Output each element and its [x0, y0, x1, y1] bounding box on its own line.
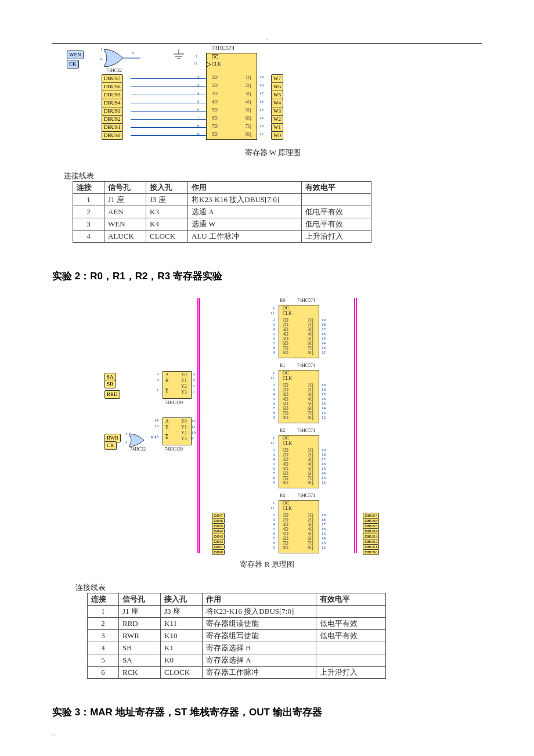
dec-a-label: A: [165, 419, 169, 424]
pin-num: 1: [157, 388, 159, 393]
sb-tag: SB: [104, 380, 116, 388]
d-pin-label: 4D: [212, 99, 218, 105]
pin-num: 19: [322, 383, 326, 387]
pin-num: 17: [259, 91, 264, 96]
pin-num: 11: [270, 506, 275, 510]
oc-label: OC: [283, 305, 289, 311]
pin-num: 11: [270, 311, 275, 315]
dec-b-label: B: [165, 378, 168, 383]
table-row: 1J1 座J3 座将K23-K16 接入DBUS[7:0]: [88, 606, 386, 618]
pin-num: 3: [132, 51, 134, 55]
decoder-out-label: Y1: [181, 424, 187, 430]
header-dots: ..: [0, 35, 534, 41]
pin-num: 16: [322, 332, 326, 336]
d-pin-label: 8D: [212, 132, 218, 137]
decoder-out-label: Y2: [181, 384, 187, 389]
decoder-out-label: Y0: [181, 419, 187, 424]
pin-num: 1: [273, 435, 275, 440]
register-chip-label: 74HC574: [297, 428, 315, 433]
pin-num: 18: [322, 322, 326, 327]
pin-num: 9: [192, 436, 194, 441]
wire: [131, 78, 206, 79]
pin-num: 6: [273, 466, 275, 471]
bus-wire: [197, 298, 199, 553]
experiment-2-heading: 实验 2：R0，R1，R2，R3 寄存器实验: [52, 269, 534, 283]
pin-num: 4: [273, 522, 275, 527]
or-gate-icon: [103, 48, 143, 70]
pin-num: 8: [273, 345, 275, 350]
pin-num: 3: [273, 517, 275, 522]
q-pin-label: 8Q: [308, 545, 313, 550]
oc-label: OC: [283, 501, 289, 506]
td: K11: [161, 618, 203, 630]
dec-a-label: A: [165, 372, 169, 377]
d-pin-label: 5D: [212, 107, 218, 113]
wire: [131, 111, 206, 111]
pin-num: 6: [273, 336, 275, 341]
td: 低电平有效: [316, 630, 386, 642]
pin-num: 14: [322, 406, 326, 411]
oc-label: OC: [283, 435, 289, 441]
oc-label: OC: [212, 55, 218, 60]
td: 低电平有效: [302, 206, 371, 218]
register-chip-label: 74HC574: [212, 45, 234, 51]
rrd-tag: RRD: [104, 390, 120, 399]
pin-num: 2: [273, 448, 275, 452]
register-name-label: R2: [280, 428, 285, 433]
td: RCK: [119, 667, 161, 679]
q-pin-label: 4Q: [246, 99, 251, 105]
table2-title: 连接线表: [75, 582, 534, 593]
clk-label: CLK: [283, 376, 292, 381]
pin-num: 1: [196, 54, 198, 59]
pin-num: 5: [273, 462, 275, 466]
pin-num: 15: [322, 401, 326, 406]
pin-num: 9: [273, 480, 275, 485]
pin-num: 8: [273, 411, 275, 415]
pin-num: 3: [157, 377, 159, 382]
td: 寄存器选择 A: [203, 654, 316, 667]
pin-num: 16: [259, 99, 264, 104]
td: 3: [73, 218, 104, 231]
td: [316, 654, 386, 667]
pin-num: 7: [193, 390, 195, 394]
connection-table-2: 连接 信号孔 接入孔 作用 有效电平 1J1 座J3 座将K23-K16 接入D…: [87, 593, 386, 679]
table-row: 1J1 座J3 座将K23-K16 接入DBUS[7:0]: [73, 194, 371, 206]
td: WEN: [104, 218, 146, 231]
pin-num: 1: [273, 501, 275, 505]
td: CLOCK: [146, 231, 188, 243]
q-pin-label: 2Q: [246, 83, 251, 88]
table-header-row: 连接 信号孔 接入孔 作用 有效电平: [88, 593, 386, 606]
top-rule: [52, 43, 482, 44]
td: 4: [73, 231, 104, 243]
pin-num: 16: [322, 397, 326, 401]
table-row: 2RRDK11寄存器组读使能低电平有效: [88, 618, 386, 630]
d-pin-label: 8D: [283, 480, 288, 485]
pin-num: 12: [322, 480, 326, 485]
dec-b-label: B: [165, 424, 168, 430]
pin-num: 5: [193, 378, 195, 383]
td: 低电平有效: [316, 618, 386, 630]
table-row: 6RCKCLOCK寄存器工作脉冲上升沿打入: [88, 667, 386, 679]
pin-num: 4: [273, 457, 275, 462]
pin-num: 7: [273, 471, 275, 476]
pin-num: 11: [192, 424, 196, 429]
pin-num: 2: [157, 372, 159, 376]
pin-num: 12: [322, 545, 326, 550]
w-output-tag: W4: [271, 99, 283, 107]
dbus-tag: DBUS0: [102, 131, 123, 140]
dbus-tag: DBUS6: [102, 82, 123, 91]
pin-num: 10: [192, 430, 196, 435]
dbus-tag: DBUS2: [102, 115, 123, 124]
pin-num: 13: [322, 411, 326, 415]
pin-num: 1: [125, 431, 128, 436]
table-row: 4SBK1寄存器选择 B: [88, 642, 386, 654]
w-output-tag: W7: [271, 74, 283, 83]
pin-num: 1: [273, 305, 275, 310]
td: J3 座: [146, 194, 188, 206]
q-pin-label: 5Q: [246, 107, 251, 113]
pin-num: 6: [193, 384, 195, 388]
d-pin-label: 8D: [283, 350, 288, 355]
register-name-label: R3: [280, 493, 285, 498]
pin-num: 19: [322, 513, 326, 517]
th: 有效电平: [316, 593, 386, 606]
